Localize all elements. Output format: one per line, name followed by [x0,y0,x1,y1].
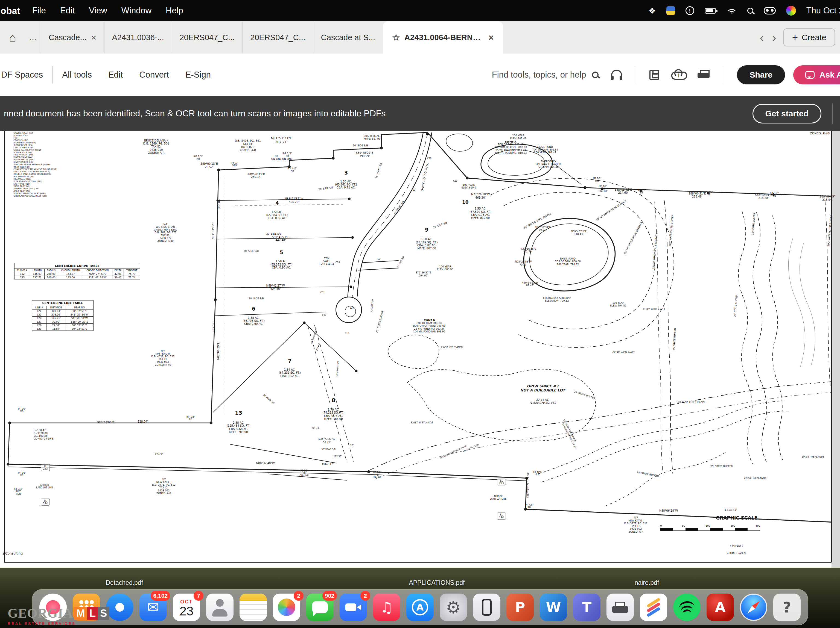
pdf-spaces-label[interactable]: DF Spaces [1,70,43,80]
cloud-upload-icon[interactable]: ↑ [671,70,685,80]
map-label: N88°37'48"W [256,462,275,465]
user-avatar[interactable] [786,6,796,16]
map-label: S89°00'13"E26.52' [201,162,218,168]
map-label: LL194 [41,499,50,505]
pdf-page[interactable]: SEWER CLEAN OUTSQUARE FOOTFEETCROSS SLOP… [0,131,840,568]
menu-edit[interactable]: Edit [60,6,75,16]
control-center-icon[interactable] [764,7,776,14]
dock-app-settings[interactable]: ⚙ [440,593,467,621]
dock-app-music[interactable]: ♫ [373,593,400,621]
tab-back-button[interactable]: ‹ [759,30,764,45]
map-label: IPS 1/2"RBON-LINE [373,471,382,478]
dock-app-calendar[interactable]: OCT237 [173,593,200,621]
map-label: EXIST. WETLANDS [612,351,635,354]
map-label: 10 [462,200,469,205]
close-icon[interactable]: × [91,32,96,43]
star-icon[interactable]: ☆ [392,32,400,42]
desktop-file-label[interactable]: naire.pdf [635,579,659,587]
flag-icon[interactable] [666,6,675,15]
print-icon[interactable] [698,70,710,80]
map-label: S88°00'51"E213.48' [688,192,706,198]
menu-help[interactable]: Help [166,6,183,16]
map-label: 25' STATE BUFFER [711,465,733,467]
map-label: 200' WATERSHED BUFFER [668,214,674,246]
georgia-mls-logo: GEORGIA MLS REAL ESTATE SERVICES [8,606,109,626]
partial-tab[interactable]: ... [25,21,41,54]
map-label: IPF 1/2"RB [770,192,779,197]
document-tab[interactable]: Cascade...× [41,21,104,54]
desktop-file-label[interactable]: Detached.pdf [106,579,143,587]
map-label: 100 YEARELEV: 803.95 [437,265,453,271]
dock-app-acrobat[interactable]: A [707,593,734,621]
map-label: 20' U.E. [312,427,320,430]
dropbox-icon[interactable]: ❖ [649,6,656,16]
dock-app-messages[interactable]: 902 [306,593,333,621]
dock-app-powerpoint[interactable]: P [507,593,534,621]
dock-app-contacts[interactable] [206,593,234,621]
dock-app-mail[interactable]: ✉6,102 [139,593,167,621]
home-button[interactable]: ⌂ [0,21,25,54]
document-tab[interactable]: A2431.0036-... [104,21,172,54]
menu-view[interactable]: View [89,6,107,16]
close-icon[interactable]: × [488,32,494,43]
map-label: L=100.47'R=3120.00'CL=100.46'CD=N3°29'29… [34,429,54,440]
dock-app-spotify[interactable] [673,593,701,621]
toolbar-convert[interactable]: Convert [139,70,169,80]
share-button[interactable]: Share [737,65,785,84]
map-label: IPS 1/2"RBON-LINE [282,152,292,161]
dock-app-iphone-mirroring[interactable] [473,593,501,621]
dock-app-video-call[interactable]: 2 [339,593,367,621]
map-label: 1.55 AC.(67,570 SQ. FT.)CBA: 0.78 AC.MFF… [469,207,491,220]
save-icon[interactable] [649,70,659,80]
dock-app-blue-app[interactable] [106,593,133,621]
map-label: CBA: 0.86 AC.MFFE: 817.99 [364,135,381,140]
menubar-clock[interactable]: Thu Oct 23 [806,6,840,16]
menu-window[interactable]: Window [122,6,152,16]
map-label: IPF 1/2"RB [194,155,203,161]
dock-app-unknown-app[interactable]: ? [773,593,801,621]
tab-forward-button[interactable]: › [772,30,776,45]
alert-icon[interactable]: ! [685,6,694,15]
map-label: N88°21'57"W526.20' [285,197,303,203]
ask-ai-button[interactable]: Ask AI A [793,65,840,84]
dock-app-printer[interactable] [606,593,634,621]
dock-app-passwords[interactable] [640,593,667,621]
read-aloud-icon[interactable] [611,70,623,80]
menu-file[interactable]: File [32,6,46,16]
toolbar-all-tools[interactable]: All tools [62,70,92,80]
map-label: 50' FRONT S/B [336,361,339,377]
dock-app-word[interactable]: W [540,593,567,621]
map-label: 25' NO IMPERVIOUS SETBACK [652,233,658,269]
document-tab[interactable]: Cascade at S... [313,21,383,54]
map-label: S89°41'27"E442.48' [272,236,289,242]
dock-app-appstore[interactable]: A [406,593,434,621]
toolbar-search[interactable]: Find tools, topics, or help [492,70,599,80]
create-label: Create [802,33,826,42]
wifi-icon[interactable] [726,7,737,14]
dock: ✉6,102OCT23729022♫A⚙PWTA? [32,589,808,625]
map-label: 1.50 AC.(65,384 SQ. FT.)CBA: 0.86 AC. [266,211,288,220]
toolbar-edit[interactable]: Edit [108,70,123,80]
toolbar-e-sign[interactable]: E-Sign [185,70,211,80]
document-tab[interactable]: 20ERS047_C... [242,21,313,54]
map-label: EMERGENCYSPILLWAY ELEVATIONOF DAM: 804.5… [536,160,562,168]
map-label: 40' FRONT S/B [311,328,318,344]
map-label: IPS 1/2"RBON-LINE [300,469,309,477]
document-tab[interactable]: 20ERS047_C... [172,21,243,54]
menubar-app-name[interactable]: obat [0,5,20,16]
map-label: LL223 [497,478,506,485]
battery-icon[interactable] [705,8,716,14]
search-icon[interactable] [747,8,753,14]
desktop-file-label[interactable]: APPLICATIONS.pdf [409,579,464,587]
get-started-button[interactable]: Get started [753,104,821,123]
dock-app-notes[interactable] [240,593,267,621]
map-label: RBON-LINE [271,154,281,161]
create-button[interactable]: + Create [783,28,835,46]
map-label: 20' SIDE S/B [249,297,264,300]
dock-app-photos[interactable]: 2 [273,593,300,621]
dock-app-teams[interactable]: T [573,593,600,621]
map-label: L27 [350,307,354,310]
map-label: 9 [425,227,428,233]
dock-app-safari[interactable] [740,593,767,621]
document-tab[interactable]: ☆A2431.0064-BERNHAR...× [383,21,503,54]
